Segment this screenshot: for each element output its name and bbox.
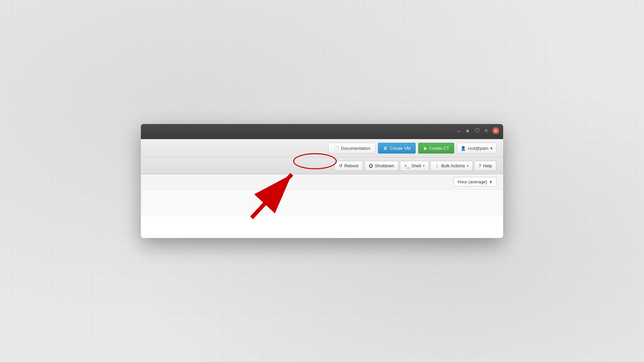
bulk-actions-button[interactable]: ⋮ Bulk Actions ▾ [430, 161, 473, 171]
create-ct-label: Create CT [429, 146, 449, 151]
cube-icon: ◈ [423, 145, 427, 151]
create-ct-button[interactable]: ◈ Create CT [418, 143, 454, 154]
create-vm-button[interactable]: 🖥 Create VM [378, 143, 416, 154]
hour-selector[interactable]: Hour (average) ▾ [453, 177, 496, 186]
proxmox-toolbar: ↺ Reboot ⏻ Shutdown >_ Shell ▾ ⋮ Bulk Ac… [141, 158, 503, 174]
reboot-label: Reboot [344, 163, 359, 168]
shell-label: Shell [411, 163, 421, 168]
reboot-icon: ↺ [339, 163, 342, 168]
chevron-down-icon: ▾ [490, 146, 493, 151]
proxmox-subbar: Hour (average) ▾ [141, 174, 503, 189]
documentation-label: Documentation [341, 146, 370, 151]
shutdown-label: Shutdown [375, 163, 394, 168]
user-label: root@pam [468, 146, 488, 151]
browser-window: – ★ 🛡 ≡ × 📄 Documentation 🖥 Create VM ◈ … [141, 124, 503, 238]
shield-icon[interactable]: 🛡 [475, 128, 480, 134]
terminal-icon: >_ [404, 163, 409, 168]
help-button[interactable]: ? Help [474, 161, 496, 171]
close-button[interactable]: × [492, 127, 499, 134]
shell-dropdown-arrow: ▾ [423, 164, 425, 168]
monitor-icon: 🖥 [383, 145, 388, 151]
dots-icon: ⋮ [435, 163, 439, 168]
browser-controls: – ★ 🛡 ≡ × [457, 127, 499, 134]
hour-selector-label: Hour (average) [458, 179, 487, 184]
question-icon: ? [479, 163, 481, 168]
menu-icon[interactable]: ≡ [485, 128, 488, 134]
shutdown-button[interactable]: ⏻ Shutdown [364, 161, 399, 171]
documentation-button[interactable]: 📄 Documentation [328, 143, 375, 154]
browser-chrome: – ★ 🛡 ≡ × [141, 124, 503, 139]
proxmox-content [141, 189, 503, 216]
user-menu[interactable]: 👤 root@pam ▾ [457, 143, 496, 154]
bulk-actions-label: Bulk Actions [441, 163, 465, 168]
star-icon[interactable]: ★ [465, 128, 470, 134]
hour-selector-chevron: ▾ [490, 179, 492, 184]
reboot-button[interactable]: ↺ Reboot [334, 161, 363, 171]
shell-button[interactable]: >_ Shell ▾ [400, 161, 429, 171]
power-icon: ⏻ [369, 163, 373, 168]
proxmox-header: 📄 Documentation 🖥 Create VM ◈ Create CT … [141, 139, 503, 158]
user-icon: 👤 [461, 146, 466, 151]
help-label: Help [483, 163, 492, 168]
create-vm-label: Create VM [390, 146, 411, 151]
doc-icon: 📄 [333, 145, 339, 151]
bulk-actions-dropdown-arrow: ▾ [467, 164, 469, 168]
minimize-button[interactable]: – [457, 128, 461, 134]
